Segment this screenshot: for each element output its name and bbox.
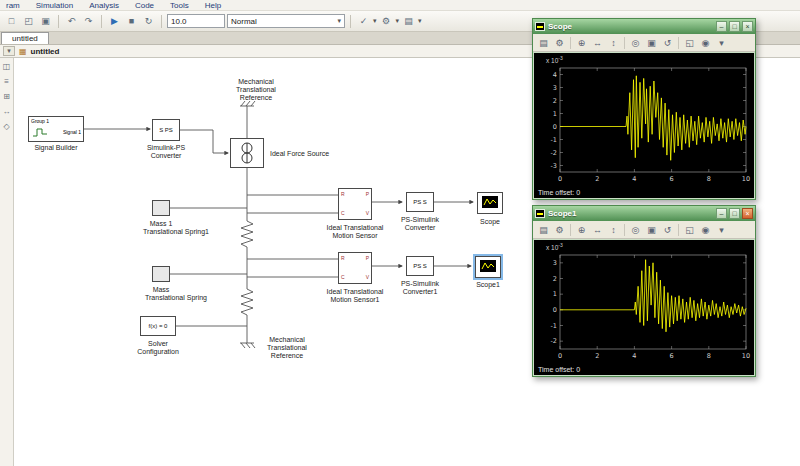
svg-text:8: 8 [707, 175, 711, 183]
menu-item-code[interactable]: Code [135, 1, 154, 10]
scope-app-icon [535, 22, 545, 31]
floating-scope-icon[interactable]: ◱ [682, 223, 697, 237]
save-model-icon[interactable]: ▣ [38, 14, 53, 29]
open-model-icon[interactable]: ◰ [21, 14, 36, 29]
block-solver-configuration[interactable]: f(x) = 0 [140, 316, 176, 336]
restore-axes-icon[interactable]: ↺ [660, 36, 675, 50]
zoom-icon[interactable]: ⊕ [574, 36, 589, 50]
chevron-down-icon[interactable]: ▾ [714, 223, 729, 237]
library-layers-icon[interactable]: ▤ [401, 14, 416, 29]
menu-item-simulation[interactable]: Simulation [36, 1, 73, 10]
save-axes-icon[interactable]: ▣ [644, 36, 659, 50]
menu-item-diagram[interactable]: ram [6, 1, 20, 10]
sim-stop-time-input[interactable] [167, 14, 225, 28]
undo-icon[interactable]: ↶ [64, 14, 79, 29]
toolbar-separator [58, 15, 59, 28]
converter-inner-text: PS S [407, 193, 433, 211]
scope-window-title: Scope [548, 22, 714, 31]
zoom-icon[interactable]: ⊕ [574, 223, 589, 237]
menu-bar: ram Simulation Analysis Code Tools Help [0, 0, 800, 11]
block-scope[interactable] [477, 192, 503, 214]
lock-axes-icon[interactable]: ◉ [698, 223, 713, 237]
model-advisor-icon[interactable]: ✓ [356, 14, 371, 29]
sim-mode-select[interactable]: Normal ▾ [227, 14, 345, 28]
hide-browser-icon[interactable]: ≡ [4, 77, 9, 86]
minimize-button[interactable]: – [716, 21, 727, 32]
chevron-down-icon[interactable]: ▾ [714, 36, 729, 50]
port-r: R [341, 256, 345, 261]
scope1-window-titlebar[interactable]: Scope1 – □ × [533, 206, 755, 221]
tab-untitled[interactable]: untitled [1, 32, 49, 44]
settings-gear-icon[interactable]: ⚙ [379, 14, 394, 29]
menu-item-help[interactable]: Help [205, 1, 221, 10]
parameters-gear-icon[interactable]: ⚙ [552, 223, 567, 237]
menu-item-analysis[interactable]: Analysis [89, 1, 119, 10]
block-mass1[interactable] [152, 200, 170, 216]
block-label: Ideal Translational Motion Sensor1 [327, 288, 384, 304]
svg-text:2: 2 [595, 175, 599, 183]
library-browser-icon[interactable]: ◫ [3, 62, 11, 71]
parameters-gear-icon[interactable]: ⚙ [552, 36, 567, 50]
y-axis-exponent-label: x 10-3 [546, 55, 563, 64]
autoscale-icon[interactable]: ◎ [628, 36, 643, 50]
block-ideal-translational-motion-sensor[interactable]: R C P V [338, 188, 372, 220]
chevron-down-icon: ▾ [337, 17, 341, 25]
palette-strip: ◫ ≡ ⊞ ↔ ◇ [0, 58, 14, 466]
block-label: Ideal Translational Motion Sensor [327, 224, 384, 240]
zoom-x-icon[interactable]: ↔ [590, 36, 605, 50]
block-ps-simulink-converter[interactable]: PS S [406, 192, 434, 212]
block-ps-simulink-converter1[interactable]: PS S [406, 256, 434, 276]
block-scope1[interactable] [475, 256, 501, 278]
svg-text:10: 10 [742, 175, 750, 183]
block-label: Translational Spring1 [143, 228, 209, 236]
zoom-x-icon[interactable]: ↔ [590, 223, 605, 237]
fit-view-icon[interactable]: ↔ [3, 107, 11, 116]
scope-toolbar: ▤ ⚙ ⊕ ↔ ↕ ◎ ▣ ↺ ◱ ◉ ▾ [533, 34, 755, 52]
scope-window-titlebar[interactable]: Scope – □ × [533, 19, 755, 34]
chevron-down-icon[interactable]: ▾ [373, 17, 377, 25]
block-mass[interactable] [152, 266, 170, 282]
restore-axes-icon[interactable]: ↺ [660, 223, 675, 237]
svg-text:-2: -2 [551, 337, 557, 345]
stop-simulation-icon[interactable]: ■ [124, 14, 139, 29]
toolbar-separator [678, 224, 679, 236]
print-icon[interactable]: ▤ [536, 36, 551, 50]
chevron-down-icon[interactable]: ▾ [396, 17, 400, 25]
save-axes-icon[interactable]: ▣ [644, 223, 659, 237]
close-button[interactable]: × [742, 208, 753, 219]
autoscale-icon[interactable]: ◎ [628, 223, 643, 237]
block-ideal-force-source[interactable] [230, 138, 264, 168]
time-offset-label: Time offset: 0 [538, 189, 580, 196]
svg-text:6: 6 [670, 352, 674, 360]
chevron-down-icon[interactable]: ▾ [418, 17, 422, 25]
close-button[interactable]: × [742, 21, 753, 32]
zoom-y-icon[interactable]: ↕ [606, 36, 621, 50]
svg-text:1: 1 [553, 110, 557, 118]
toolbar-separator [570, 37, 571, 49]
maximize-button[interactable]: □ [729, 21, 740, 32]
block-signal-builder[interactable]: Group 1 Signal 1 [28, 116, 84, 142]
toolbar-separator [101, 15, 102, 28]
menu-item-tools[interactable]: Tools [170, 1, 189, 10]
scope-window[interactable]: Scope – □ × ▤ ⚙ ⊕ ↔ ↕ ◎ ▣ ↺ ◱ ◉ ▾ 43210-… [532, 18, 756, 200]
minimize-button[interactable]: – [716, 208, 727, 219]
run-simulation-icon[interactable]: ▶ [107, 14, 122, 29]
print-icon[interactable]: ▤ [536, 223, 551, 237]
grid-icon[interactable]: ⊞ [3, 92, 10, 101]
block-ideal-translational-motion-sensor1[interactable]: R C P V [338, 252, 372, 284]
model-browser-toggle[interactable]: ▾ [3, 46, 15, 56]
annotation-icon[interactable]: ◇ [3, 122, 9, 131]
zoom-y-icon[interactable]: ↕ [606, 223, 621, 237]
update-model-icon[interactable]: ↻ [141, 14, 156, 29]
maximize-button[interactable]: □ [729, 208, 740, 219]
new-model-icon[interactable]: □ [4, 14, 19, 29]
breadcrumb[interactable]: untitled [31, 47, 60, 56]
scope1-window[interactable]: Scope1 – □ × ▤ ⚙ ⊕ ↔ ↕ ◎ ▣ ↺ ◱ ◉ ▾ 3210-… [532, 205, 756, 377]
block-simulink-ps-converter[interactable]: S PS [152, 119, 180, 141]
svg-text:-1: -1 [551, 136, 557, 144]
floating-scope-icon[interactable]: ◱ [682, 36, 697, 50]
lock-axes-icon[interactable]: ◉ [698, 36, 713, 50]
redo-icon[interactable]: ↷ [81, 14, 96, 29]
port-r: R [341, 192, 345, 197]
svg-text:-1: -1 [551, 322, 557, 330]
